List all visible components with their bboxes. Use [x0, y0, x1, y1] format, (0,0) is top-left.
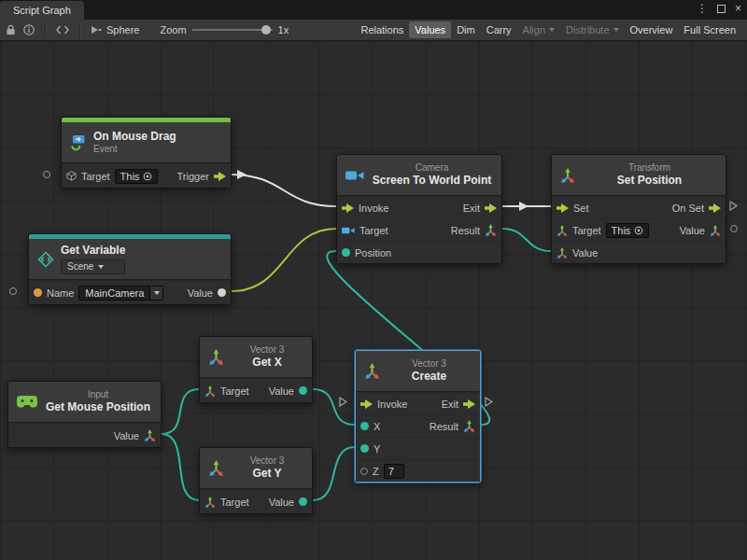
chevron-down-icon	[154, 291, 160, 295]
port-label: Name	[47, 287, 74, 299]
dim-button[interactable]: Dim	[451, 21, 481, 38]
float-out-port[interactable]	[299, 497, 307, 506]
window-controls: ⋮ ×	[697, 2, 741, 15]
value-out-port[interactable]	[218, 288, 226, 297]
toolbar-separator	[79, 23, 80, 37]
port-label: Target	[81, 171, 110, 182]
node-category: Vector 3	[412, 358, 446, 371]
node-vector3-create[interactable]: Vector 3 Create Invoke Exit X Result Y Z	[355, 350, 481, 483]
port-label: On Set	[672, 203, 704, 214]
flow-in-port[interactable]	[342, 203, 354, 213]
port-label: Invoke	[359, 203, 388, 214]
window-menu-icon[interactable]: ⋮	[697, 2, 708, 15]
window-close-icon[interactable]: ×	[735, 2, 741, 15]
zoom-slider-handle[interactable]	[261, 25, 271, 35]
chevron-down-icon	[98, 265, 104, 269]
wire-mouse-to-gety[interactable]	[162, 434, 199, 500]
wire-variable-to-target[interactable]	[232, 229, 336, 291]
vector3-icon	[364, 363, 380, 379]
port-label: Target	[220, 497, 249, 508]
port-label: Value	[114, 430, 139, 441]
vector3-out-port[interactable]	[485, 224, 497, 236]
camera-type-in-port[interactable]	[342, 226, 355, 235]
port-label: X	[374, 421, 380, 432]
unconnected-flow-hint	[339, 397, 347, 407]
info-icon[interactable]	[23, 24, 35, 35]
float-in-port[interactable]	[360, 468, 368, 475]
flow-out-port[interactable]	[463, 399, 475, 409]
values-button[interactable]: Values	[409, 21, 451, 38]
wire-mouse-to-getx[interactable]	[162, 389, 199, 434]
wire-result-to-value[interactable]	[502, 229, 551, 251]
align-button: Align	[517, 21, 560, 38]
flow-in-port[interactable]	[360, 399, 373, 409]
chevron-down-icon	[549, 28, 555, 32]
camera-icon	[345, 169, 364, 182]
node-title: Screen To World Point	[373, 174, 492, 188]
vector3-out-port[interactable]	[463, 420, 475, 432]
node-vector3-get-y[interactable]: Vector 3 Get Y Target Value	[199, 447, 313, 514]
port-label: Value	[680, 225, 705, 236]
flow-out-port[interactable]	[709, 203, 721, 213]
float-in-port[interactable]	[360, 422, 369, 430]
wire-gety-to-y[interactable]	[313, 447, 355, 500]
vector3-out-port[interactable]	[144, 429, 156, 441]
carry-button[interactable]: Carry	[481, 21, 517, 38]
self-target-icon	[143, 172, 152, 181]
relations-button[interactable]: Relations	[355, 21, 409, 38]
node-category: Input	[88, 389, 108, 401]
window-titlebar: Script Graph ⋮ ×	[0, 0, 747, 20]
port-label: Target	[572, 225, 601, 236]
vector3-in-port[interactable]	[342, 248, 350, 257]
this-target-chip[interactable]: This	[606, 223, 650, 238]
float-out-port[interactable]	[299, 386, 307, 395]
unconnected-port-hint	[43, 171, 50, 178]
node-title: Create	[412, 370, 446, 384]
transform-type-in-port[interactable]	[557, 225, 568, 236]
port-label: Result	[451, 225, 480, 236]
wire-trigger-to-invoke[interactable]	[232, 175, 336, 206]
port-label: Value	[269, 385, 294, 397]
node-screen-to-world-point[interactable]: Camera Screen To World Point Invoke Exit…	[336, 154, 502, 264]
transform-icon	[560, 168, 575, 183]
variable-scope-dropdown[interactable]: Scene	[61, 259, 125, 275]
node-on-mouse-drag[interactable]: On Mouse Drag Event Target This Trigger	[61, 117, 232, 189]
zoom-slider[interactable]	[192, 24, 273, 35]
vector3-in-port[interactable]	[557, 247, 568, 259]
unconnected-port-hint	[730, 225, 738, 232]
gameobject-cube-icon[interactable]	[66, 171, 77, 181]
lock-icon[interactable]	[6, 24, 16, 35]
node-vector3-get-x[interactable]: Vector 3 Get X Target Value	[199, 336, 313, 403]
this-target-chip[interactable]: This	[115, 169, 159, 184]
flow-in-port[interactable]	[557, 203, 569, 213]
overview-button[interactable]: Overview	[625, 21, 679, 38]
string-in-port[interactable]	[34, 288, 42, 297]
vector3-in-port[interactable]	[204, 497, 216, 508]
flow-out-port[interactable]	[214, 172, 226, 181]
zoom-slider-track[interactable]	[192, 29, 273, 31]
wire-getx-to-x[interactable]	[313, 389, 355, 425]
node-title: Get X	[252, 356, 281, 370]
float-in-port[interactable]	[360, 444, 369, 453]
window-maximize-icon[interactable]	[717, 5, 726, 13]
flow-out-port[interactable]	[485, 203, 497, 213]
code-view-icon[interactable]	[56, 25, 69, 35]
graph-canvas[interactable]: On Mouse Drag Event Target This Trigger …	[0, 41, 747, 560]
graph-breadcrumb[interactable]: Sphere	[91, 24, 139, 35]
node-set-position[interactable]: Transform Set Position Set On Set Target…	[551, 154, 726, 264]
fullscreen-button[interactable]: Full Screen	[678, 21, 741, 38]
node-title: Get Mouse Position	[46, 400, 150, 414]
node-get-mouse-position[interactable]: Input Get Mouse Position Value	[7, 381, 162, 448]
variable-name-dropdown[interactable]: MainCamera	[78, 286, 163, 301]
tab-script-graph[interactable]: Script Graph	[0, 1, 84, 20]
zoom-label: Zoom	[160, 24, 186, 35]
node-title: Set Position	[617, 174, 682, 188]
vector3-out-port[interactable]	[710, 225, 721, 236]
vector3-in-port[interactable]	[204, 385, 216, 397]
node-get-variable[interactable]: Get Variable Scene Name MainCamera Value	[28, 233, 232, 305]
node-category: Vector 3	[250, 455, 285, 468]
z-value-input[interactable]	[384, 464, 404, 479]
node-category: Camera	[416, 162, 449, 175]
port-label: Value	[269, 497, 294, 508]
flow-direction-arrow	[237, 170, 247, 179]
